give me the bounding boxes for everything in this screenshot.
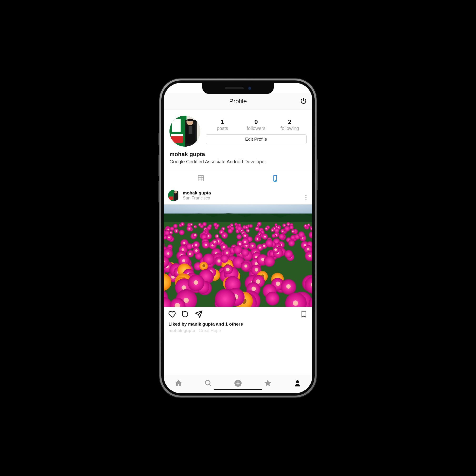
stat-posts[interactable]: 1 posts bbox=[206, 118, 239, 131]
person-icon bbox=[293, 379, 302, 389]
svg-point-50 bbox=[208, 224, 212, 227]
svg-point-164 bbox=[284, 226, 290, 232]
svg-point-2 bbox=[305, 103, 305, 104]
add-circle-icon bbox=[234, 379, 242, 389]
post-caption-user[interactable]: mohak gupta bbox=[169, 328, 195, 333]
post-likes-text[interactable]: Liked by manik gupta and 1 others bbox=[164, 321, 312, 328]
svg-point-92 bbox=[288, 224, 289, 225]
svg-point-334 bbox=[274, 249, 277, 251]
svg-point-36 bbox=[284, 224, 285, 226]
post-location[interactable]: San Francisco bbox=[183, 196, 301, 201]
svg-point-222 bbox=[290, 235, 295, 240]
home-icon bbox=[174, 379, 183, 389]
nav-profile[interactable] bbox=[283, 379, 312, 389]
svg-point-315 bbox=[284, 250, 293, 258]
stat-following[interactable]: 2 following bbox=[273, 118, 306, 131]
svg-point-177 bbox=[237, 234, 242, 239]
svg-point-275 bbox=[214, 241, 216, 243]
stat-followers[interactable]: 0 followers bbox=[239, 118, 273, 131]
volume-up-button bbox=[158, 155, 159, 176]
tab-feed[interactable] bbox=[238, 171, 312, 186]
post-more-button[interactable] bbox=[304, 194, 308, 197]
like-button[interactable] bbox=[168, 310, 176, 319]
home-indicator[interactable] bbox=[214, 389, 262, 390]
power-menu-icon[interactable] bbox=[300, 97, 307, 105]
bottom-nav bbox=[164, 374, 312, 393]
svg-point-476 bbox=[205, 380, 210, 385]
svg-point-53 bbox=[243, 226, 245, 227]
svg-point-262 bbox=[183, 242, 186, 244]
svg-point-319 bbox=[167, 252, 169, 255]
stat-following-count: 2 bbox=[273, 118, 306, 126]
svg-point-481 bbox=[296, 380, 299, 383]
stat-posts-count: 1 bbox=[206, 118, 239, 126]
nav-add[interactable] bbox=[223, 379, 253, 389]
svg-line-477 bbox=[209, 384, 211, 386]
stat-followers-count: 0 bbox=[239, 118, 273, 126]
profile-view-tabs bbox=[164, 171, 312, 186]
svg-point-213 bbox=[208, 235, 209, 237]
svg-point-218 bbox=[272, 234, 276, 238]
comment-button[interactable] bbox=[181, 310, 189, 319]
profile-name: mohak gupta bbox=[170, 151, 306, 157]
svg-point-95 bbox=[227, 226, 230, 228]
profile-avatar[interactable] bbox=[170, 116, 200, 147]
svg-point-203 bbox=[168, 237, 170, 238]
profile-bio-text: Google Certified Associate Android Devel… bbox=[170, 159, 306, 165]
svg-point-276 bbox=[265, 239, 273, 247]
star-icon bbox=[263, 379, 272, 389]
svg-point-323 bbox=[182, 248, 184, 251]
svg-point-279 bbox=[259, 247, 261, 249]
grid-icon bbox=[197, 175, 204, 183]
svg-point-119 bbox=[168, 229, 169, 230]
post-caption-text: Great Hope bbox=[199, 328, 221, 333]
svg-point-128 bbox=[272, 230, 273, 231]
bookmark-button[interactable] bbox=[300, 310, 308, 319]
svg-point-196 bbox=[256, 238, 258, 240]
svg-point-46 bbox=[232, 225, 233, 226]
svg-point-316 bbox=[233, 245, 242, 254]
svg-point-24 bbox=[174, 191, 177, 193]
svg-rect-12 bbox=[189, 126, 192, 134]
nav-search[interactable] bbox=[193, 379, 223, 389]
svg-point-44 bbox=[194, 226, 195, 227]
svg-point-401 bbox=[255, 268, 258, 272]
svg-rect-7 bbox=[171, 134, 183, 136]
svg-point-452 bbox=[194, 280, 198, 285]
svg-point-265 bbox=[239, 243, 241, 245]
nav-home[interactable] bbox=[164, 379, 193, 389]
tab-grid[interactable] bbox=[164, 171, 238, 186]
svg-point-321 bbox=[307, 248, 309, 250]
notch bbox=[202, 83, 274, 94]
share-button[interactable] bbox=[195, 310, 203, 319]
svg-point-254 bbox=[223, 246, 225, 248]
svg-point-211 bbox=[264, 236, 266, 238]
edit-profile-button[interactable]: Edit Profile bbox=[206, 135, 306, 144]
svg-point-141 bbox=[188, 228, 190, 230]
svg-point-143 bbox=[230, 227, 234, 230]
svg-point-369 bbox=[261, 258, 264, 261]
volume-down-button bbox=[158, 181, 159, 202]
svg-point-413 bbox=[226, 268, 229, 271]
profile-bio: mohak gupta Google Certified Associate A… bbox=[164, 149, 312, 171]
post-image[interactable] bbox=[164, 204, 312, 307]
screen: Profile bbox=[164, 83, 312, 393]
svg-point-94 bbox=[259, 223, 260, 224]
svg-point-470 bbox=[266, 292, 279, 305]
svg-rect-22 bbox=[169, 196, 173, 200]
svg-point-80 bbox=[305, 225, 306, 226]
svg-point-111 bbox=[265, 228, 267, 229]
svg-point-378 bbox=[244, 264, 248, 268]
svg-point-463 bbox=[293, 300, 298, 306]
svg-point-234 bbox=[304, 244, 306, 246]
nav-activity[interactable] bbox=[253, 379, 283, 389]
post-avatar[interactable] bbox=[168, 190, 179, 201]
svg-point-115 bbox=[176, 230, 177, 232]
svg-point-259 bbox=[244, 241, 246, 243]
svg-point-199 bbox=[194, 234, 196, 236]
svg-point-174 bbox=[216, 235, 218, 237]
stat-following-label: following bbox=[273, 126, 306, 131]
svg-point-108 bbox=[179, 230, 185, 235]
svg-point-365 bbox=[218, 259, 221, 262]
post-username[interactable]: mohak gupta bbox=[183, 190, 301, 196]
